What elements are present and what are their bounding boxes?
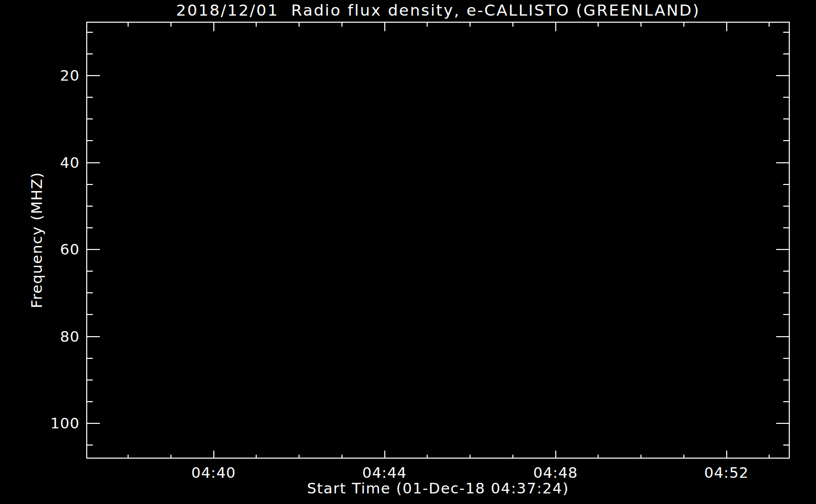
tick-mark: [86, 271, 93, 272]
tick-mark: [776, 75, 790, 76]
tick-mark: [776, 162, 790, 163]
tick-mark: [86, 162, 100, 163]
tick-mark: [86, 423, 100, 424]
tick-mark: [783, 380, 790, 381]
x-tick-label: 04:40: [179, 464, 249, 481]
tick-mark: [683, 22, 684, 27]
tick-mark: [256, 455, 257, 459]
tick-mark: [128, 22, 129, 27]
tick-mark: [769, 455, 770, 459]
tick-mark: [726, 451, 727, 459]
tick-mark: [683, 455, 684, 459]
tick-mark: [783, 292, 790, 293]
tick-mark: [299, 22, 300, 27]
tick-mark: [783, 206, 790, 207]
tick-mark: [86, 336, 100, 337]
tick-mark: [783, 53, 790, 54]
tick-mark: [783, 32, 790, 33]
tick-mark: [555, 22, 556, 31]
tick-mark: [783, 401, 790, 402]
tick-mark: [384, 451, 385, 459]
tick-mark: [783, 445, 790, 446]
tick-mark: [470, 455, 471, 459]
tick-mark: [783, 118, 790, 119]
tick-mark: [256, 22, 257, 27]
plot-frame: [86, 22, 790, 459]
tick-mark: [86, 206, 93, 207]
tick-mark: [86, 401, 93, 402]
tick-mark: [86, 97, 93, 98]
tick-mark: [512, 22, 513, 27]
tick-mark: [427, 22, 428, 27]
tick-mark: [86, 53, 93, 54]
y-axis-label: Frequency (MHZ): [28, 89, 46, 391]
tick-mark: [470, 22, 471, 27]
tick-mark: [170, 22, 171, 27]
tick-mark: [783, 227, 790, 228]
plot-title: 2018/12/01 Radio flux density, e-CALLIST…: [86, 1, 790, 19]
tick-mark: [427, 455, 428, 459]
tick-mark: [86, 184, 93, 185]
tick-mark: [86, 227, 93, 228]
tick-mark: [776, 249, 790, 250]
tick-mark: [726, 22, 727, 31]
tick-mark: [128, 455, 129, 459]
tick-mark: [86, 249, 100, 250]
tick-mark: [213, 22, 214, 31]
tick-mark: [783, 358, 790, 359]
y-tick-label: 100: [19, 415, 80, 432]
tick-mark: [640, 22, 642, 27]
tick-mark: [299, 455, 300, 459]
tick-mark: [86, 358, 93, 359]
tick-mark: [86, 32, 93, 33]
tick-mark: [598, 22, 599, 27]
x-tick-label: 04:52: [691, 464, 762, 481]
tick-mark: [598, 455, 599, 459]
tick-mark: [640, 455, 642, 459]
y-tick-label: 20: [19, 67, 80, 84]
tick-mark: [86, 75, 100, 76]
tick-mark: [776, 336, 790, 337]
tick-mark: [555, 451, 556, 459]
tick-mark: [86, 292, 93, 293]
x-tick-label: 04:44: [349, 464, 420, 481]
tick-mark: [86, 118, 93, 119]
tick-mark: [384, 22, 385, 31]
spectrogram-figure: 2018/12/01 Radio flux density, e-CALLIST…: [0, 0, 816, 504]
tick-mark: [512, 455, 513, 459]
tick-mark: [86, 140, 93, 141]
tick-mark: [783, 140, 790, 141]
tick-mark: [783, 271, 790, 272]
tick-mark: [783, 184, 790, 185]
tick-mark: [86, 314, 93, 315]
tick-mark: [86, 445, 93, 446]
tick-mark: [769, 22, 770, 27]
tick-mark: [86, 380, 93, 381]
tick-mark: [213, 451, 214, 459]
tick-mark: [341, 22, 342, 27]
tick-mark: [341, 455, 342, 459]
tick-mark: [783, 97, 790, 98]
tick-mark: [170, 455, 171, 459]
x-axis-label: Start Time (01-Dec-18 04:37:24): [86, 480, 790, 497]
tick-mark: [783, 314, 790, 315]
x-tick-label: 04:48: [520, 464, 591, 481]
tick-mark: [776, 423, 790, 424]
